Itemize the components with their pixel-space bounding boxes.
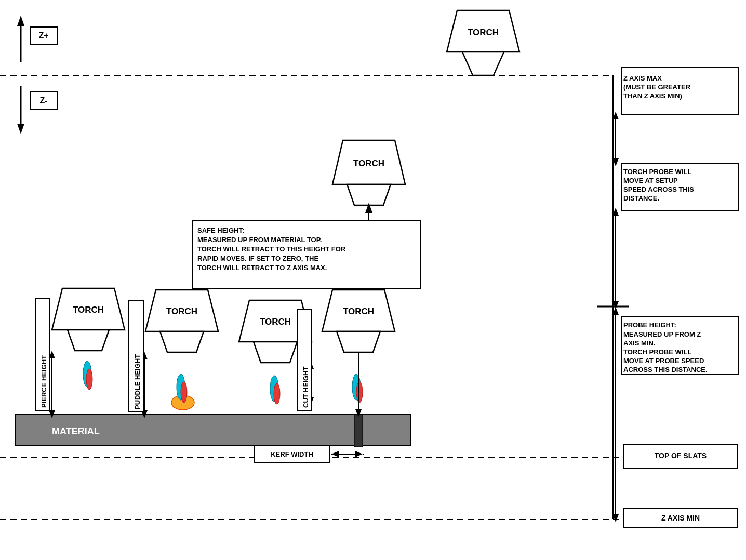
svg-text:THAN Z AXIS MIN): THAN Z AXIS MIN) — [623, 92, 682, 100]
svg-point-72 — [181, 382, 187, 403]
svg-marker-90 — [337, 331, 380, 352]
svg-text:TORCH WILL RETRACT TO THIS HEI: TORCH WILL RETRACT TO THIS HEIGHT FOR — [197, 245, 346, 253]
svg-text:TORCH: TORCH — [166, 306, 197, 316]
svg-text:TORCH: TORCH — [73, 305, 104, 315]
svg-text:TORCH: TORCH — [468, 28, 499, 37]
svg-text:MEASURED UP FROM Z: MEASURED UP FROM Z — [623, 330, 701, 338]
svg-text:TOP OF SLATS: TOP OF SLATS — [655, 451, 707, 460]
svg-text:MATERIAL: MATERIAL — [52, 426, 100, 436]
diagram: Z+ Z- MATERIAL TOP OF SLATS Z AXIS MIN Z… — [0, 0, 746, 560]
svg-point-82 — [274, 383, 280, 404]
svg-text:TORCH: TORCH — [343, 306, 374, 316]
svg-text:Z-: Z- — [39, 96, 47, 105]
svg-marker-1 — [17, 16, 24, 26]
svg-text:SAFE HEIGHT:: SAFE HEIGHT: — [197, 226, 244, 234]
svg-text:PROBE HEIGHT:: PROBE HEIGHT: — [623, 321, 676, 329]
svg-marker-99 — [331, 451, 339, 457]
svg-text:TORCH: TORCH — [260, 317, 291, 327]
svg-text:TORCH WILL RETRACT TO Z AXIS M: TORCH WILL RETRACT TO Z AXIS MAX. — [197, 264, 327, 272]
svg-text:ACROSS THIS DISTANCE.: ACROSS THIS DISTANCE. — [623, 366, 708, 374]
svg-text:RAPID MOVES.  IF SET TO ZERO, : RAPID MOVES. IF SET TO ZERO, THE — [197, 255, 318, 262]
svg-text:KERF WIDTH: KERF WIDTH — [271, 450, 313, 458]
svg-text:MEASURED UP FROM MATERIAL TOP.: MEASURED UP FROM MATERIAL TOP. — [197, 236, 322, 244]
svg-text:TORCH: TORCH — [353, 158, 384, 168]
svg-marker-100 — [355, 451, 363, 457]
svg-text:(MUST BE GREATER: (MUST BE GREATER — [623, 83, 691, 91]
svg-text:MOVE AT PROBE SPEED: MOVE AT PROBE SPEED — [623, 357, 704, 365]
svg-text:TORCH PROBE WILL: TORCH PROBE WILL — [623, 348, 691, 356]
svg-marker-59 — [68, 330, 109, 351]
svg-text:Z AXIS MIN: Z AXIS MIN — [661, 514, 700, 522]
svg-text:CUT HEIGHT: CUT HEIGHT — [302, 367, 310, 408]
svg-text:MOVE AT SETUP: MOVE AT SETUP — [623, 177, 678, 184]
svg-text:AXIS MIN.: AXIS MIN. — [623, 339, 655, 347]
svg-text:Z AXIS MAX: Z AXIS MAX — [623, 74, 662, 82]
svg-point-61 — [86, 369, 92, 390]
svg-text:SPEED ACROSS THIS: SPEED ACROSS THIS — [623, 185, 694, 193]
svg-point-93 — [356, 382, 363, 403]
svg-text:Z+: Z+ — [38, 31, 48, 40]
svg-text:TORCH PROBE WILL: TORCH PROBE WILL — [623, 168, 691, 176]
svg-marker-43 — [462, 52, 504, 75]
svg-text:PUDDLE HEIGHT: PUDDLE HEIGHT — [134, 354, 141, 409]
svg-marker-69 — [160, 331, 204, 352]
svg-marker-80 — [254, 342, 297, 363]
svg-rect-91 — [354, 415, 363, 447]
svg-text:DISTANCE.: DISTANCE. — [623, 194, 659, 202]
svg-marker-47 — [347, 184, 391, 205]
svg-text:PIERCE HEIGHT: PIERCE HEIGHT — [40, 355, 48, 408]
svg-marker-3 — [17, 124, 24, 134]
